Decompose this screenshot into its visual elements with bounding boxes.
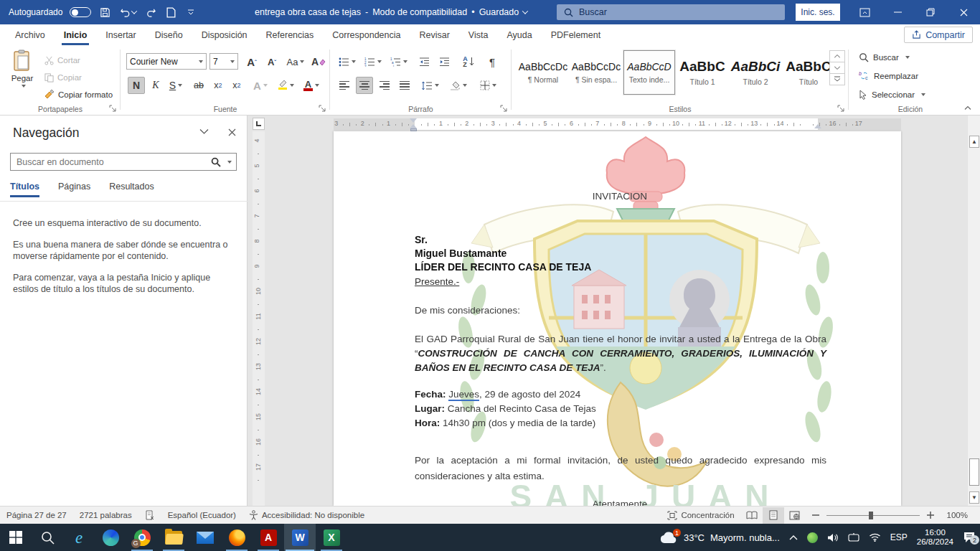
document-page[interactable]: 7 SAN JUAN <box>334 131 901 506</box>
clock[interactable]: 16:00 26/8/2024 <box>917 528 953 547</box>
doc-lugar-line[interactable]: Lugar: Cancha del Recinto Casa de Tejas <box>415 402 596 416</box>
ribbon-tab-inicio[interactable]: Inicio <box>55 24 97 45</box>
align-left-button[interactable] <box>336 77 353 94</box>
doc-fecha-line[interactable]: Fecha: Jueves, 29 de agosto del 2024 <box>415 387 580 402</box>
taskbar-app-excel[interactable]: X <box>316 524 347 551</box>
font-color-dropdown-icon[interactable] <box>315 84 319 87</box>
close-button[interactable] <box>947 0 980 24</box>
restore-button[interactable] <box>914 0 947 24</box>
ribbon-tab-archivo[interactable]: Archivo <box>6 24 55 45</box>
find-button[interactable]: Buscar <box>859 52 910 62</box>
change-case-button[interactable]: Aa <box>284 53 307 70</box>
doc-title[interactable]: INVITACION <box>415 189 825 204</box>
ribbon-tab-correspondencia[interactable]: Correspondencia <box>323 24 410 45</box>
save-icon[interactable] <box>98 6 111 19</box>
doc-body-paragraph[interactable]: El GAD Parroquial Rural de San Juan tien… <box>415 332 826 375</box>
bold-button[interactable]: N <box>128 77 145 94</box>
collapse-ribbon-button[interactable] <box>964 105 971 110</box>
shading-button[interactable] <box>446 77 471 94</box>
grow-font-button[interactable]: Aˆ <box>242 53 261 70</box>
vertical-ruler[interactable]: 4567891011121314151617 <box>253 131 265 506</box>
undo-dropdown-icon[interactable] <box>131 8 137 14</box>
first-line-indent-marker[interactable] <box>410 118 417 123</box>
highlight-button[interactable] <box>274 77 297 94</box>
language-indicator-tray[interactable]: ESP <box>890 532 908 542</box>
style-card-título1[interactable]: AaBbCTítulo 1 <box>677 50 728 95</box>
nav-tab-títulos[interactable]: Títulos <box>10 182 39 197</box>
scroll-down-button[interactable]: ▼ <box>969 491 979 504</box>
ribbon-tab-diseño[interactable]: Diseño <box>146 24 192 45</box>
scroll-up-button[interactable]: ▲ <box>969 136 979 148</box>
print-layout-button[interactable] <box>763 507 784 524</box>
underline-dropdown-icon[interactable] <box>178 84 182 87</box>
ribbon-display-options-button[interactable] <box>848 0 881 24</box>
style-card-título[interactable]: AaBbCTítulo <box>783 50 834 95</box>
clear-formatting-button[interactable]: A <box>310 53 327 70</box>
zoom-out-button[interactable] <box>806 507 821 524</box>
autosave-toggle[interactable] <box>70 7 91 17</box>
highlight-dropdown-icon[interactable] <box>290 84 294 87</box>
paste-dropdown-icon[interactable] <box>22 85 26 88</box>
taskbar-app-chrome[interactable]: G <box>126 524 158 551</box>
taskbar-app-word[interactable]: W <box>284 524 316 551</box>
vertical-scrollbar[interactable]: ▲ ▼ <box>967 116 980 506</box>
volume-icon[interactable] <box>827 533 839 542</box>
decrease-indent-button[interactable] <box>415 53 433 70</box>
undo-icon[interactable] <box>118 6 137 19</box>
notification-center-icon[interactable]: 2 <box>963 532 976 543</box>
zoom-slider[interactable] <box>826 515 920 516</box>
sort-button[interactable]: AZ <box>458 53 479 70</box>
style-card-normal[interactable]: AaBbCcDc¶ Normal <box>517 50 569 95</box>
proofing-errors-button[interactable] <box>138 507 161 524</box>
font-family-combo[interactable]: Courier New <box>126 53 207 70</box>
right-indent-marker[interactable] <box>814 124 821 128</box>
scrollbar-thumb[interactable] <box>969 458 979 486</box>
wireless-display-icon[interactable] <box>848 533 859 542</box>
find-dropdown-icon[interactable] <box>905 56 910 59</box>
taskbar-app-search[interactable] <box>32 524 63 551</box>
line-spacing-button[interactable] <box>418 77 442 94</box>
shrink-font-button[interactable]: Aˇ <box>263 53 281 70</box>
nav-tab-páginas[interactable]: Páginas <box>58 182 90 197</box>
multilevel-list-button[interactable]: 1ai <box>387 53 410 70</box>
document-search-box[interactable] <box>10 153 237 171</box>
select-dropdown-icon[interactable] <box>921 93 925 96</box>
security-shield-icon[interactable] <box>807 532 818 543</box>
taskbar-app-file-explorer[interactable] <box>158 524 189 551</box>
document-search-input[interactable] <box>15 156 207 168</box>
taskbar-app-firefox[interactable] <box>221 524 253 551</box>
ribbon-tab-ayuda[interactable]: Ayuda <box>497 24 541 45</box>
page-indicator[interactable]: Página 27 de 27 <box>0 507 73 524</box>
navigation-pane-collapse-icon[interactable] <box>199 128 209 135</box>
strikethrough-button[interactable]: ab <box>189 77 208 94</box>
doc-salutation[interactable]: De mis consideraciones: <box>415 303 520 318</box>
web-layout-button[interactable] <box>784 507 806 524</box>
clipboard-dialog-launcher[interactable] <box>109 105 117 113</box>
share-button[interactable]: Compartir <box>904 27 973 43</box>
font-size-combo[interactable]: 7 <box>209 53 238 70</box>
justify-button[interactable] <box>396 77 413 94</box>
style-card-sinespa[interactable]: AaBbCcDc¶ Sin espa... <box>570 50 622 95</box>
increase-indent-button[interactable] <box>435 53 453 70</box>
font-color-button[interactable]: A <box>300 77 323 94</box>
language-indicator[interactable]: Español (Ecuador) <box>161 507 242 524</box>
style-card-textoinde[interactable]: AaBbCcDTexto inde... <box>623 50 675 95</box>
bullet-list-button[interactable] <box>336 53 359 70</box>
accessibility-status[interactable]: Accesibilidad: No disponible <box>242 507 371 524</box>
styles-scroll-down-button[interactable] <box>829 62 845 74</box>
align-center-button[interactable] <box>356 77 373 94</box>
show-paragraph-marks-button[interactable]: ¶ <box>484 53 501 70</box>
italic-button[interactable]: K <box>148 77 164 94</box>
minimize-button[interactable] <box>881 0 914 24</box>
ribbon-tab-revisar[interactable]: Revisar <box>410 24 458 45</box>
subscript-button[interactable]: x2 <box>209 77 227 94</box>
align-right-button[interactable] <box>376 77 393 94</box>
styles-dialog-launcher[interactable] <box>837 105 845 113</box>
save-state-text[interactable]: Guardado <box>479 7 519 17</box>
taskbar-app-mail[interactable] <box>189 524 221 551</box>
taskbar-app-internet-explorer[interactable]: e <box>63 524 95 551</box>
paste-button[interactable]: Pegar <box>6 50 39 101</box>
zoom-slider-thumb[interactable] <box>869 512 873 519</box>
ribbon-tab-disposición[interactable]: Disposición <box>192 24 257 45</box>
underline-button[interactable]: S <box>165 77 187 94</box>
